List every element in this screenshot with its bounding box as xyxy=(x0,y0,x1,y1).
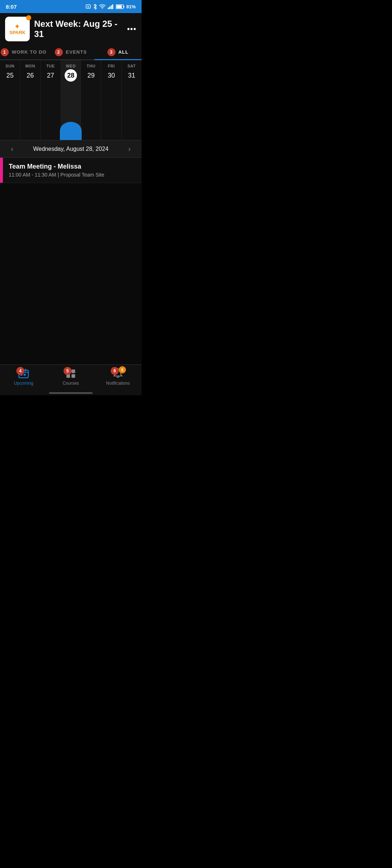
logo-star: ✦ xyxy=(9,23,26,30)
next-day-button[interactable]: › xyxy=(124,145,134,153)
calendar-day-wed[interactable]: WED 28 xyxy=(61,60,81,140)
tab-badge-2: 2 xyxy=(55,48,63,56)
svg-rect-9 xyxy=(116,5,122,8)
tab-work-to-do[interactable]: 1 WORK TO DO xyxy=(0,45,47,59)
notification-count-badge: 5 xyxy=(119,366,126,373)
calendar-week-grid: SUN 25 MON 26 TUE 27 WED 28 THU 29 FRI 3… xyxy=(0,60,142,140)
calendar-day-sun[interactable]: SUN 25 xyxy=(0,60,20,140)
date-navigation: ‹ Wednesday, August 28, 2024 › xyxy=(0,140,142,158)
logo-badge xyxy=(26,15,31,20)
calendar-day-fri[interactable]: FRI 30 xyxy=(101,60,122,140)
tab-all[interactable]: 3 ALL xyxy=(94,45,142,59)
battery-percent: 81% xyxy=(126,4,136,9)
current-date-label: Wednesday, August 28, 2024 xyxy=(33,146,109,152)
svg-rect-8 xyxy=(123,6,124,8)
event-color-bar xyxy=(0,158,3,183)
event-bump xyxy=(60,122,82,140)
logo-brand: SPARK xyxy=(9,30,26,35)
home-indicator xyxy=(0,390,142,395)
upcoming-icon-wrap: 4 xyxy=(17,368,30,379)
app-header: ✦ SPARK Next Week: Aug 25 - 31 ••• xyxy=(0,13,142,45)
tab-badge-3: 3 xyxy=(107,48,115,56)
app-logo[interactable]: ✦ SPARK xyxy=(5,17,30,41)
upcoming-label: Upcoming xyxy=(14,381,33,386)
event-time: 11:00 AM - 11:30 AM | Proposal Team Site xyxy=(9,172,136,178)
calendar-day-tue[interactable]: TUE 27 xyxy=(41,60,61,140)
events-list: Team Meeting - Melissa 11:00 AM - 11:30 … xyxy=(0,158,142,183)
svg-rect-19 xyxy=(72,374,75,378)
nav-courses[interactable]: 5 Courses xyxy=(47,368,94,386)
week-title: Next Week: Aug 25 - 31 xyxy=(34,19,123,39)
status-bar: 8:07 N 81% xyxy=(0,0,142,13)
svg-text:N: N xyxy=(87,5,89,8)
svg-point-2 xyxy=(102,8,103,9)
svg-rect-3 xyxy=(108,8,109,9)
svg-rect-5 xyxy=(111,5,112,9)
svg-rect-6 xyxy=(112,4,113,9)
status-time: 8:07 xyxy=(6,4,17,10)
courses-tab-badge: 5 xyxy=(64,367,72,375)
empty-content-area xyxy=(0,183,142,364)
event-item[interactable]: Team Meeting - Melissa 11:00 AM - 11:30 … xyxy=(0,158,142,183)
courses-icon-wrap: 5 xyxy=(64,368,77,379)
event-title: Team Meeting - Melissa xyxy=(9,163,136,170)
tab-events[interactable]: 2 EVENTS xyxy=(47,45,94,59)
status-icons: N 81% xyxy=(85,4,136,9)
upcoming-tab-badge: 4 xyxy=(16,367,24,375)
calendar-day-mon[interactable]: MON 26 xyxy=(20,60,41,140)
nav-notifications[interactable]: 6 5 Notifications xyxy=(94,368,142,386)
home-bar xyxy=(49,392,93,394)
prev-day-button[interactable]: ‹ xyxy=(7,145,17,153)
svg-rect-17 xyxy=(72,369,75,373)
signal-icon xyxy=(107,4,114,9)
courses-label: Courses xyxy=(63,381,79,386)
bluetooth-icon xyxy=(93,4,97,9)
calendar-day-thu[interactable]: THU 29 xyxy=(81,60,101,140)
notifications-tab-badge: 6 xyxy=(111,367,119,375)
battery-icon xyxy=(116,4,124,9)
svg-rect-15 xyxy=(24,374,26,376)
nfc-icon: N xyxy=(85,4,91,9)
nav-upcoming[interactable]: 4 Upcoming xyxy=(0,368,47,386)
notifications-label: Notifications xyxy=(106,381,130,386)
more-button[interactable]: ••• xyxy=(127,24,136,34)
tab-badge-1: 1 xyxy=(1,48,9,56)
wifi-icon xyxy=(99,4,106,9)
view-tabs: 1 WORK TO DO 2 EVENTS 3 ALL xyxy=(0,45,142,60)
bottom-navigation: 4 Upcoming 5 Courses 6 xyxy=(0,364,142,390)
calendar-day-sat[interactable]: SAT 31 xyxy=(122,60,142,140)
notifications-icon-wrap: 6 5 xyxy=(111,368,124,379)
svg-rect-4 xyxy=(109,7,110,9)
event-content: Team Meeting - Melissa 11:00 AM - 11:30 … xyxy=(3,158,142,183)
